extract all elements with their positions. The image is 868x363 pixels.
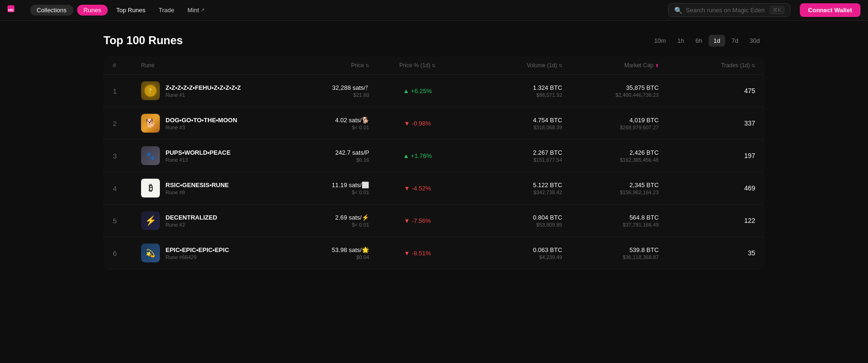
rune-icon-1: ᚠ bbox=[141, 81, 160, 100]
vol-1: 1.324 BTC $88,571.92 bbox=[466, 84, 562, 98]
pct-down-5: ▼ -7.56% bbox=[404, 217, 431, 224]
pct-5: ▼ -7.56% bbox=[369, 217, 466, 224]
rank-4: 4 bbox=[113, 184, 141, 192]
page-title: Top 100 Runes bbox=[103, 34, 183, 47]
price-3: 242.7 sats/P $0.16 bbox=[273, 149, 369, 163]
table-row[interactable]: 6 💫 EPIC•EPIC•EPIC•EPIC Rune #66429 53.9… bbox=[103, 237, 765, 269]
magic-eden-logo-icon: ME bbox=[8, 5, 23, 16]
search-icon: 🔍 bbox=[674, 7, 682, 14]
time-filter-group: 10m 1h 6h 1d 7d 30d bbox=[649, 35, 765, 47]
trades-5: 122 bbox=[659, 217, 755, 224]
rune-icon-4: ₿ bbox=[141, 179, 160, 197]
rune-cell-4: ₿ RSIC•GENESIS•RUNE Rune #8 bbox=[141, 179, 273, 197]
table-row[interactable]: 3 🐾 PUPS•WORLD•PEACE Rune #13 242.7 sats… bbox=[103, 140, 765, 172]
time-filter-30d[interactable]: 30d bbox=[745, 35, 765, 47]
mcap-2: 4,019 BTC $268,979,607.27 bbox=[562, 117, 659, 130]
trades-2: 337 bbox=[659, 119, 755, 127]
price-2: 4.02 sats/🐕 $< 0.01 bbox=[273, 117, 369, 130]
pct-down-2: ▼ -0.98% bbox=[404, 120, 431, 127]
price-sort-icon: ⇅ bbox=[365, 63, 369, 68]
col-price-pct[interactable]: Price % (1d) ⇅ bbox=[369, 62, 466, 69]
mcap-3: 2,426 BTC $162,385,456.48 bbox=[562, 149, 659, 163]
rune-info-4: RSIC•GENESIS•RUNE Rune #8 bbox=[166, 182, 229, 195]
col-mcap[interactable]: Market Cap ⬆ bbox=[562, 62, 659, 69]
rune-icon-5: ⚡ bbox=[141, 211, 160, 230]
price-4: 11.19 sats/⬜ $< 0.01 bbox=[273, 182, 369, 195]
trades-sort-icon: ⇅ bbox=[751, 63, 755, 68]
nav-runes[interactable]: Runes bbox=[77, 5, 108, 16]
main-content: Top 100 Runes 10m 1h 6h 1d 7d 30d # Rune… bbox=[0, 21, 868, 269]
table-header: # Rune Price ⇅ Price % (1d) ⇅ Volume (1d… bbox=[103, 56, 765, 75]
table-row[interactable]: 5 ⚡ DECENTRALIZED Rune #2 2.69 sats/⚡ $<… bbox=[103, 205, 765, 237]
rune-info-6: EPIC•EPIC•EPIC•EPIC Rune #66429 bbox=[166, 246, 229, 260]
pct-4: ▼ -4.52% bbox=[369, 184, 466, 192]
table-row[interactable]: 2 🐕 DOG•GO•TO•THE•MOON Rune #3 4.02 sats… bbox=[103, 107, 765, 140]
pct-6: ▼ -8.51% bbox=[369, 249, 466, 257]
pct-down-6: ▼ -8.51% bbox=[404, 250, 431, 257]
trades-4: 469 bbox=[659, 184, 755, 192]
rank-5: 5 bbox=[113, 217, 141, 225]
rune-info-2: DOG•GO•TO•THE•MOON Rune #3 bbox=[166, 117, 237, 130]
rune-cell-1: ᚠ Z•Z•Z•Z•Z•FEHU•Z•Z•Z•Z•Z Rune #1 bbox=[141, 81, 273, 100]
trades-1: 475 bbox=[659, 87, 755, 95]
connect-wallet-button[interactable]: Connect Wallet bbox=[800, 3, 860, 17]
time-filter-1h[interactable]: 1h bbox=[672, 35, 688, 47]
page-header: Top 100 Runes 10m 1h 6h 1d 7d 30d bbox=[103, 21, 765, 56]
pct-1: ▲ +6.25% bbox=[369, 87, 466, 95]
nav-top-runes[interactable]: Top Runes bbox=[111, 5, 150, 16]
col-price[interactable]: Price ⇅ bbox=[273, 62, 369, 69]
vol-4: 5.122 BTC $342,738.42 bbox=[466, 182, 562, 195]
rune-info-5: DECENTRALIZED Rune #2 bbox=[166, 214, 217, 228]
rune-icon-6: 💫 bbox=[141, 244, 160, 262]
rank-3: 3 bbox=[113, 152, 141, 160]
nav-collections[interactable]: Collections bbox=[30, 5, 73, 16]
nav-mint[interactable]: Mint ↗ bbox=[183, 5, 210, 16]
pct-sort-icon: ⇅ bbox=[432, 63, 435, 68]
rank-2: 2 bbox=[113, 119, 141, 127]
price-6: 53.98 sats/🌟 $0.04 bbox=[273, 246, 369, 260]
search-input[interactable] bbox=[686, 7, 766, 14]
vol-6: 0.063 BTC $4,239.49 bbox=[466, 246, 562, 260]
time-filter-1d[interactable]: 1d bbox=[709, 35, 725, 47]
rune-info-3: PUPS•WORLD•PEACE Rune #13 bbox=[166, 149, 230, 163]
navbar: ME Collections Runes Top Runes Trade Min… bbox=[0, 0, 868, 21]
time-filter-10m[interactable]: 10m bbox=[649, 35, 671, 47]
col-trades[interactable]: Trades (1d) ⇅ bbox=[659, 62, 755, 69]
svg-text:ᚠ: ᚠ bbox=[149, 87, 152, 95]
mcap-6: 539.8 BTC $36,118,368.87 bbox=[562, 246, 659, 260]
pct-2: ▼ -0.98% bbox=[369, 119, 466, 127]
vol-3: 2.267 BTC $151,677.54 bbox=[466, 149, 562, 163]
pct-down-4: ▼ -4.52% bbox=[404, 185, 431, 192]
rune-cell-5: ⚡ DECENTRALIZED Rune #2 bbox=[141, 211, 273, 230]
svg-text:ME: ME bbox=[8, 8, 14, 12]
rune-icon-2: 🐕 bbox=[141, 114, 160, 133]
mcap-4: 2,345 BTC $156,962,164.23 bbox=[562, 182, 659, 195]
nav-trade[interactable]: Trade bbox=[154, 5, 179, 16]
mcap-sort-icon: ⬆ bbox=[655, 63, 659, 68]
trades-3: 197 bbox=[659, 152, 755, 159]
vol-5: 0.804 BTC $53,809.85 bbox=[466, 214, 562, 228]
rune-cell-3: 🐾 PUPS•WORLD•PEACE Rune #13 bbox=[141, 146, 273, 165]
external-link-icon: ↗ bbox=[200, 7, 205, 13]
search-box: 🔍 ⌘K bbox=[668, 3, 790, 17]
time-filter-6h[interactable]: 6h bbox=[691, 35, 707, 47]
price-1: 32,288 sats/ᚠ $21.60 bbox=[273, 84, 369, 98]
price-5: 2.69 sats/⚡ $< 0.01 bbox=[273, 214, 369, 228]
runes-table: # Rune Price ⇅ Price % (1d) ⇅ Volume (1d… bbox=[103, 56, 765, 269]
pct-up-1: ▲ +6.25% bbox=[403, 87, 432, 95]
table-row[interactable]: 4 ₿ RSIC•GENESIS•RUNE Rune #8 11.19 sats… bbox=[103, 172, 765, 205]
trades-6: 35 bbox=[659, 249, 755, 257]
table-row[interactable]: 1 ᚠ Z•Z•Z•Z•Z•FEHU•Z•Z•Z•Z•Z Rune #1 32,… bbox=[103, 75, 765, 107]
pct-3: ▲ +1.76% bbox=[369, 152, 466, 159]
col-volume[interactable]: Volume (1d) ⇅ bbox=[466, 62, 562, 69]
mcap-5: 564.8 BTC $37,791,166.49 bbox=[562, 214, 659, 228]
rune-cell-6: 💫 EPIC•EPIC•EPIC•EPIC Rune #66429 bbox=[141, 244, 273, 262]
rune-cell-2: 🐕 DOG•GO•TO•THE•MOON Rune #3 bbox=[141, 114, 273, 133]
mcap-1: 35,875 BTC $2,400,446,736.23 bbox=[562, 84, 659, 98]
time-filter-7d[interactable]: 7d bbox=[727, 35, 743, 47]
search-shortcut: ⌘K bbox=[770, 6, 784, 14]
col-rune: Rune bbox=[141, 62, 273, 69]
rune-info-1: Z•Z•Z•Z•Z•FEHU•Z•Z•Z•Z•Z Rune #1 bbox=[166, 84, 241, 98]
logo[interactable]: ME bbox=[8, 5, 23, 16]
rank-6: 6 bbox=[113, 249, 141, 257]
